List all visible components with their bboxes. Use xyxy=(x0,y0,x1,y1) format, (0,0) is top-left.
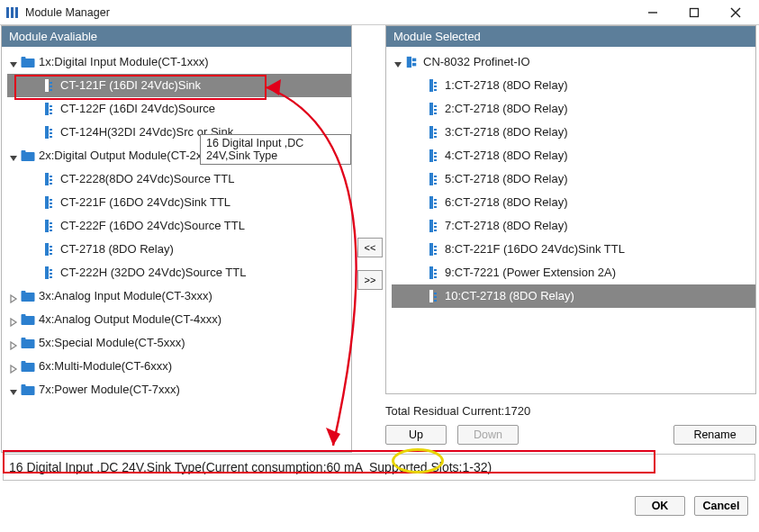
svg-rect-64 xyxy=(429,126,433,139)
svg-rect-79 xyxy=(434,206,437,208)
up-button[interactable]: Up xyxy=(385,425,447,445)
svg-rect-46 xyxy=(22,314,26,317)
svg-rect-27 xyxy=(45,196,49,209)
tree-group[interactable]: 3x:Analog Input Module(CT-3xxx) xyxy=(7,284,351,308)
svg-rect-17 xyxy=(45,126,49,139)
svg-rect-55 xyxy=(412,63,416,67)
tree-item[interactable]: CT-222F (16DO 24Vdc)Source TTL xyxy=(7,214,351,238)
tree-item[interactable]: 10:CT-2718 (8DO Relay) xyxy=(392,284,755,308)
tree-item-label: 2:CT-2718 (8DO Relay) xyxy=(445,101,568,117)
svg-rect-84 xyxy=(429,243,433,256)
description-input[interactable] xyxy=(3,454,755,481)
tree-group[interactable]: 4x:Analog Output Module(CT-4xxx) xyxy=(7,308,351,331)
svg-rect-28 xyxy=(50,199,52,201)
svg-rect-13 xyxy=(45,103,49,115)
ok-button[interactable]: OK xyxy=(635,496,685,516)
expand-arrow-icon[interactable] xyxy=(9,385,18,394)
tree-item[interactable]: CT-222H (32DO 24Vdc)Source TTL xyxy=(7,261,351,284)
rename-button[interactable]: Rename xyxy=(673,425,756,445)
tree-item[interactable]: 5:CT-2718 (8DO Relay) xyxy=(392,167,755,191)
expand-arrow-icon[interactable] xyxy=(9,338,18,347)
tree-item[interactable]: CT-221F (16DO 24Vdc)Sink TTL xyxy=(7,191,351,214)
svg-rect-24 xyxy=(50,176,52,177)
tree-group[interactable]: 7x:Power Module(CT-7xxx) xyxy=(7,378,351,401)
tree-item-label: 5:CT-2718 (8DO Relay) xyxy=(445,171,568,187)
expand-arrow-icon[interactable] xyxy=(9,58,18,67)
tree-item[interactable]: CT-121F (16DI 24Vdc)Sink xyxy=(7,74,351,97)
tree-item-label: CT-2718 (8DO Relay) xyxy=(60,241,174,257)
tree-item-label: CT-122F (16DI 24Vdc)Source xyxy=(60,101,215,117)
folder-icon xyxy=(21,56,35,68)
svg-rect-26 xyxy=(50,183,52,185)
expand-arrow-icon[interactable] xyxy=(9,362,18,371)
tree-group[interactable]: 6x:Multi-Module(CT-6xxx) xyxy=(7,355,351,378)
tree-item-label: CT-222F (16DO 24Vdc)Source TTL xyxy=(60,218,245,234)
svg-rect-91 xyxy=(434,276,437,278)
svg-rect-2 xyxy=(15,7,18,18)
svg-rect-9 xyxy=(45,79,49,92)
svg-rect-12 xyxy=(50,89,52,91)
svg-rect-18 xyxy=(50,129,52,131)
module-icon xyxy=(427,289,439,303)
svg-rect-89 xyxy=(434,269,437,271)
tree-item-label: 9:CT-7221 (Power Extension 2A) xyxy=(445,265,616,281)
svg-rect-52 xyxy=(22,384,26,387)
tree-group-label: 3x:Analog Input Module(CT-3xxx) xyxy=(39,288,212,304)
minimize-button[interactable] xyxy=(640,3,665,23)
residual-current: Total Residual Current:1720 xyxy=(385,404,530,418)
module-icon xyxy=(42,78,55,93)
tree-group[interactable]: 5x:Special Module(CT-5xxx) xyxy=(7,331,351,355)
maximize-button[interactable] xyxy=(682,3,707,23)
module-available-tree[interactable]: 1x:Digital Input Module(CT-1xxx)CT-121F … xyxy=(2,47,351,451)
svg-rect-73 xyxy=(434,176,437,177)
order-button-row: Up Down Rename xyxy=(385,425,756,445)
tree-item[interactable]: 4:CT-2718 (8DO Relay) xyxy=(392,144,755,167)
tree-item-label: CT-222H (32DO 24Vdc)Source TTL xyxy=(60,265,246,281)
tree-item[interactable]: CT-122F (16DI 24Vdc)Source xyxy=(7,97,351,121)
expand-arrow-icon[interactable] xyxy=(9,315,18,324)
svg-rect-58 xyxy=(434,86,437,87)
svg-rect-82 xyxy=(434,226,437,228)
residual-value: 1720 xyxy=(504,404,530,418)
close-button[interactable] xyxy=(723,3,748,23)
window-title: Module Manager xyxy=(25,6,640,19)
tree-item[interactable]: 9:CT-7221 (Power Extension 2A) xyxy=(392,261,755,284)
module-icon xyxy=(427,242,439,257)
down-button[interactable]: Down xyxy=(457,425,519,445)
svg-rect-14 xyxy=(50,105,52,107)
expand-arrow-icon[interactable] xyxy=(393,58,402,67)
tree-item[interactable]: 2:CT-2718 (8DO Relay) xyxy=(392,97,755,121)
cancel-button[interactable]: Cancel xyxy=(694,496,748,516)
svg-rect-92 xyxy=(429,290,433,302)
tree-item[interactable]: 1:CT-2718 (8DO Relay) xyxy=(392,74,755,97)
expand-arrow-icon[interactable] xyxy=(9,292,18,301)
tree-item[interactable]: 7:CT-2718 (8DO Relay) xyxy=(392,214,755,238)
svg-rect-45 xyxy=(22,316,35,325)
svg-rect-42 xyxy=(50,276,52,278)
module-icon xyxy=(42,242,55,257)
svg-rect-43 xyxy=(22,293,35,302)
svg-rect-37 xyxy=(50,249,52,251)
svg-rect-25 xyxy=(50,179,52,181)
tree-item[interactable]: 3:CT-2718 (8DO Relay) xyxy=(392,121,755,144)
move-right-button[interactable]: >> xyxy=(357,270,383,290)
module-selected-tree[interactable]: CN-8032 Profinet-IO1:CT-2718 (8DO Relay)… xyxy=(386,47,755,392)
svg-rect-8 xyxy=(22,57,26,59)
move-left-button[interactable]: << xyxy=(357,238,383,257)
tree-group-label: 7x:Power Module(CT-7xxx) xyxy=(39,382,180,398)
module-icon xyxy=(42,219,55,233)
device-icon xyxy=(405,55,418,69)
expand-arrow-icon[interactable] xyxy=(9,151,18,160)
module-icon xyxy=(42,172,55,186)
tree-root[interactable]: CN-8032 Profinet-IO xyxy=(392,50,755,74)
svg-rect-54 xyxy=(412,59,416,62)
tree-item[interactable]: CT-2228(8DO 24Vdc)Source TTL xyxy=(7,167,351,191)
tree-item[interactable]: 6:CT-2718 (8DO Relay) xyxy=(392,191,755,214)
svg-rect-34 xyxy=(50,230,52,231)
tree-item[interactable]: CT-2718 (8DO Relay) xyxy=(7,238,351,261)
tree-group[interactable]: 1x:Digital Input Module(CT-1xxx) xyxy=(7,50,351,74)
svg-rect-31 xyxy=(45,220,49,232)
tree-item[interactable]: 8:CT-221F (16DO 24Vdc)Sink TTL xyxy=(392,238,755,261)
folder-icon xyxy=(21,313,35,326)
folder-icon xyxy=(21,149,35,162)
